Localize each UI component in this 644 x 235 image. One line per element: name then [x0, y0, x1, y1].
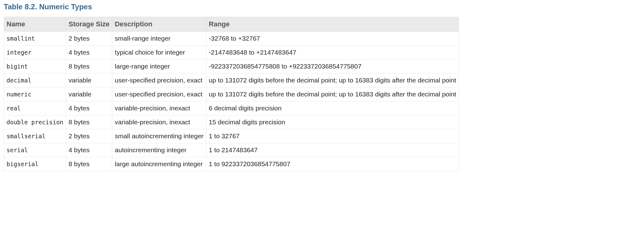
col-storage: Storage Size — [66, 17, 112, 32]
cell-description: user-specified precision, exact — [112, 73, 206, 87]
cell-range: 6 decimal digits precision — [206, 101, 459, 115]
cell-range: up to 131072 digits before the decimal p… — [206, 87, 459, 101]
cell-description: variable-precision, inexact — [112, 115, 206, 129]
cell-storage: 4 bytes — [66, 46, 112, 60]
table-row: smallserial 2 bytes small autoincrementi… — [4, 129, 459, 143]
cell-range: 15 decimal digits precision — [206, 115, 459, 129]
table-header-row: Name Storage Size Description Range — [4, 17, 459, 32]
cell-range: -2147483648 to +2147483647 — [206, 46, 459, 60]
cell-name: smallint — [4, 32, 66, 46]
cell-name: smallserial — [4, 129, 66, 143]
cell-storage: 8 bytes — [66, 157, 112, 171]
table-row: double precision 8 bytes variable-precis… — [4, 115, 459, 129]
cell-name: serial — [4, 143, 66, 157]
cell-storage: 4 bytes — [66, 101, 112, 115]
cell-range: 1 to 2147483647 — [206, 143, 459, 157]
cell-range: 1 to 32767 — [206, 129, 459, 143]
cell-range: up to 131072 digits before the decimal p… — [206, 73, 459, 87]
col-name: Name — [4, 17, 66, 32]
cell-storage: 8 bytes — [66, 60, 112, 73]
cell-description: large-range integer — [112, 60, 206, 73]
cell-storage: variable — [66, 87, 112, 101]
cell-description: small autoincrementing integer — [112, 129, 206, 143]
table-row: serial 4 bytes autoincrementing integer … — [4, 143, 459, 157]
table-title: Table 8.2. Numeric Types — [4, 2, 640, 11]
cell-storage: 2 bytes — [66, 129, 112, 143]
cell-description: large autoincrementing integer — [112, 157, 206, 171]
numeric-types-table: Name Storage Size Description Range smal… — [4, 17, 459, 171]
table-row: smallint 2 bytes small-range integer -32… — [4, 32, 459, 46]
table-row: integer 4 bytes typical choice for integ… — [4, 46, 459, 60]
cell-storage: variable — [66, 73, 112, 87]
cell-name: real — [4, 101, 66, 115]
col-range: Range — [206, 17, 459, 32]
cell-description: small-range integer — [112, 32, 206, 46]
table-row: bigserial 8 bytes large autoincrementing… — [4, 157, 459, 171]
cell-name: numeric — [4, 87, 66, 101]
cell-name: bigint — [4, 60, 66, 73]
cell-name: decimal — [4, 73, 66, 87]
cell-description: typical choice for integer — [112, 46, 206, 60]
cell-range: 1 to 9223372036854775807 — [206, 157, 459, 171]
cell-storage: 8 bytes — [66, 115, 112, 129]
table-row: bigint 8 bytes large-range integer -9223… — [4, 60, 459, 73]
cell-description: user-specified precision, exact — [112, 87, 206, 101]
cell-description: autoincrementing integer — [112, 143, 206, 157]
cell-description: variable-precision, inexact — [112, 101, 206, 115]
cell-range: -9223372036854775808 to +922337203685477… — [206, 60, 459, 73]
cell-range: -32768 to +32767 — [206, 32, 459, 46]
cell-storage: 4 bytes — [66, 143, 112, 157]
table-row: numeric variable user-specified precisio… — [4, 87, 459, 101]
table-row: decimal variable user-specified precisio… — [4, 73, 459, 87]
cell-name: bigserial — [4, 157, 66, 171]
col-description: Description — [112, 17, 206, 32]
cell-storage: 2 bytes — [66, 32, 112, 46]
table-row: real 4 bytes variable-precision, inexact… — [4, 101, 459, 115]
cell-name: double precision — [4, 115, 66, 129]
cell-name: integer — [4, 46, 66, 60]
